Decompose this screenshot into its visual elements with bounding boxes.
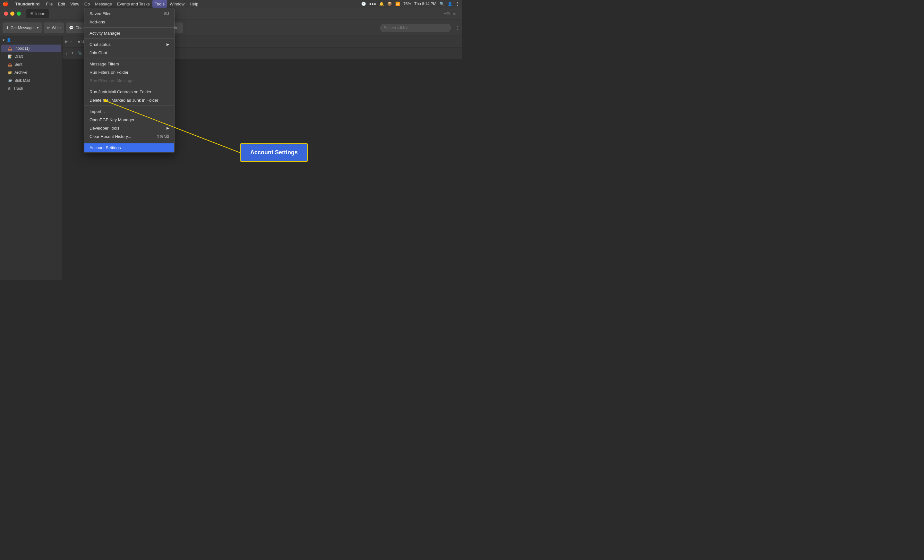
toolbar: ⬇ Get Messages ▾ ✏ Write 💬 Chat 📖 Addres… bbox=[0, 20, 462, 36]
menu-help[interactable]: Help bbox=[187, 0, 201, 8]
menu-openpgp[interactable]: OpenPGP Key Manager bbox=[84, 115, 174, 124]
menu-chat-status-label: Chat status bbox=[90, 42, 111, 47]
menu-run-filters-folder[interactable]: Run Filters on Folder bbox=[84, 68, 174, 76]
menu-openpgp-label: OpenPGP Key Manager bbox=[90, 117, 134, 122]
menu-wifi-icon: 📶 bbox=[395, 1, 400, 6]
menu-import-label: Import... bbox=[90, 109, 105, 114]
menu-run-filters-folder-label: Run Filters on Folder bbox=[90, 70, 128, 75]
menu-sep-2 bbox=[84, 39, 174, 39]
menu-clear-history[interactable]: Clear Recent History... ⇧⌘⌫ bbox=[84, 132, 174, 141]
menu-clock-icon: 🕐 bbox=[361, 1, 366, 6]
menu-import[interactable]: Import... bbox=[84, 107, 174, 115]
menu-sep-6 bbox=[84, 142, 174, 142]
toolbar-menu-icon[interactable]: ⋮ bbox=[455, 25, 459, 30]
menu-clear-history-label: Clear Recent History... bbox=[90, 134, 131, 139]
filter-unread-icon: ● bbox=[78, 39, 80, 44]
menu-saved-files[interactable]: Saved Files ⌘J bbox=[84, 9, 174, 18]
chat-button[interactable]: 💬 Chat bbox=[66, 22, 87, 33]
sidebar-inbox-icon: 📥 bbox=[8, 46, 12, 51]
menu-message[interactable]: Message bbox=[92, 0, 114, 8]
app-name[interactable]: Thunderbird bbox=[12, 0, 42, 8]
menu-events-tasks[interactable]: Events and Tasks bbox=[114, 0, 152, 8]
menu-view[interactable]: View bbox=[68, 0, 82, 8]
get-messages-arrow: ▾ bbox=[37, 26, 39, 30]
sidebar-item-bulk-mail[interactable]: 📨 Bulk Mail bbox=[1, 77, 61, 84]
sidebar-item-trash[interactable]: 🗑 Trash bbox=[1, 85, 61, 92]
minimize-button[interactable] bbox=[10, 12, 14, 16]
tab-inbox[interactable]: ✉ Inbox bbox=[26, 9, 49, 18]
menu-addons[interactable]: Add-ons bbox=[84, 18, 174, 26]
dual-pane: ▾ 👤 📥 Inbox (1) 📝 Draft 📤 Sent 📁 Archive bbox=[0, 36, 462, 280]
menu-sep-3 bbox=[84, 58, 174, 58]
filter-bar-expand-icon: ▶ bbox=[65, 39, 68, 43]
menu-run-filters-message-label: Run Filters on Message bbox=[90, 78, 134, 83]
menu-dev-tools[interactable]: Developer Tools ▶ bbox=[84, 124, 174, 132]
menu-user-icon[interactable]: 👤 bbox=[448, 1, 452, 6]
close-button[interactable] bbox=[4, 12, 8, 16]
menu-window[interactable]: Window bbox=[167, 0, 187, 8]
col-thread-icon: ↕ bbox=[66, 51, 68, 55]
menu-delete-junk[interactable]: Delete Mail Marked as Junk in Folder bbox=[84, 96, 174, 104]
get-messages-button[interactable]: ⬇ Get Messages ▾ bbox=[3, 22, 42, 33]
sidebar-sent-label: Sent bbox=[14, 62, 22, 67]
menu-grid-icon[interactable]: ⋮ bbox=[456, 1, 459, 6]
menu-file[interactable]: File bbox=[44, 0, 56, 8]
sidebar-sent-icon: 📤 bbox=[8, 63, 12, 67]
main-window: ✉ Inbox + ⊞ ≡ ⬇ Get Messages ▾ ✏ Write 💬… bbox=[0, 8, 462, 280]
menu-account-settings-label: Account Settings bbox=[90, 145, 121, 150]
get-messages-icon: ⬇ bbox=[6, 25, 9, 30]
sidebar-trash-label: Trash bbox=[14, 86, 23, 91]
filter-sort-icon: ↕ bbox=[70, 40, 72, 43]
sidebar-archive-label: Archive bbox=[14, 70, 27, 75]
menu-search-icon[interactable]: 🔍 bbox=[440, 1, 444, 6]
menu-message-filters-label: Message Filters bbox=[90, 61, 119, 66]
menu-activity-manager[interactable]: Activity Manager bbox=[84, 29, 174, 37]
sidebar-item-inbox[interactable]: 📥 Inbox (1) bbox=[1, 45, 61, 52]
menu-run-filters-message: Run Filters on Message bbox=[84, 76, 174, 85]
menu-tools[interactable]: Tools bbox=[152, 0, 167, 8]
new-tab-icon[interactable]: + bbox=[443, 11, 446, 16]
col-star-icon[interactable]: ★ bbox=[71, 51, 74, 55]
write-button[interactable]: ✏ Write bbox=[44, 22, 64, 33]
sidebar-item-sent[interactable]: 📤 Sent bbox=[1, 61, 61, 68]
menu-activity-manager-label: Activity Manager bbox=[90, 31, 120, 36]
sidebar-account[interactable]: ▾ 👤 bbox=[0, 36, 62, 44]
apple-menu-icon[interactable]: 🍎 bbox=[3, 1, 9, 7]
menu-run-junk-controls[interactable]: Run Junk Mail Controls on Folder bbox=[84, 88, 174, 96]
tab-inbox-icon: ✉ bbox=[30, 12, 33, 16]
sidebar-item-archive[interactable]: 📁 Archive bbox=[1, 69, 61, 76]
titlebar: ✉ Inbox + ⊞ ≡ bbox=[0, 8, 462, 20]
menubar-right: 🕐 ●●● 🔔 📦 📶 76% Thu 8:14 PM 🔍 👤 ⋮ bbox=[361, 1, 459, 6]
titlebar-grid-icon[interactable]: ⊞ bbox=[446, 11, 450, 16]
menu-addons-label: Add-ons bbox=[90, 19, 105, 24]
get-messages-label: Get Messages bbox=[10, 25, 35, 30]
write-icon: ✏ bbox=[47, 25, 50, 30]
menu-join-chat-label: Join Chat... bbox=[90, 50, 111, 55]
traffic-lights bbox=[4, 12, 21, 16]
menu-delete-junk-label: Delete Mail Marked as Junk in Folder bbox=[90, 98, 159, 103]
menu-join-chat[interactable]: Join Chat... bbox=[84, 48, 174, 57]
menu-edit[interactable]: Edit bbox=[56, 0, 68, 8]
menu-sep-4 bbox=[84, 86, 174, 86]
menu-message-filters[interactable]: Message Filters bbox=[84, 60, 174, 68]
tools-dropdown-menu[interactable]: Saved Files ⌘J Add-ons Activity Manager … bbox=[84, 8, 174, 153]
menu-saved-files-shortcut: ⌘J bbox=[163, 11, 169, 16]
titlebar-list-icon[interactable]: ≡ bbox=[453, 11, 456, 16]
col-attachment-icon[interactable]: 📎 bbox=[77, 51, 82, 55]
menu-dev-tools-label: Developer Tools bbox=[90, 126, 119, 130]
menu-go[interactable]: Go bbox=[82, 0, 92, 8]
write-label: Write bbox=[52, 25, 61, 30]
menu-account-settings[interactable]: Account Settings bbox=[84, 143, 174, 152]
maximize-button[interactable] bbox=[16, 12, 21, 16]
menu-chat-status[interactable]: Chat status ▶ bbox=[84, 40, 174, 48]
search-input[interactable] bbox=[380, 24, 451, 32]
sidebar-item-draft[interactable]: 📝 Draft bbox=[1, 52, 61, 60]
menu-status: ●●● bbox=[369, 1, 376, 6]
sidebar-bulk-mail-icon: 📨 bbox=[8, 79, 12, 83]
sidebar-inbox-label: Inbox (1) bbox=[14, 46, 30, 51]
sidebar-trash-icon: 🗑 bbox=[8, 87, 11, 90]
menubar: 🍎 Thunderbird File Edit View Go Message … bbox=[0, 0, 462, 8]
chat-label: Chat bbox=[75, 25, 83, 30]
sidebar-account-icon: 👤 bbox=[6, 38, 11, 42]
menu-battery: 76% bbox=[403, 1, 411, 6]
